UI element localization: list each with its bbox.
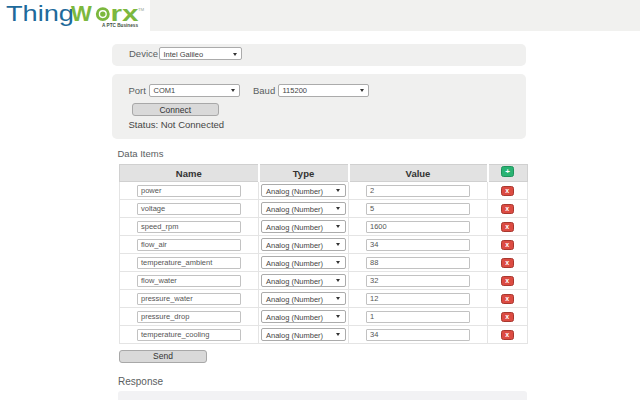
svg-text:A PTC Business: A PTC Business	[102, 22, 138, 28]
svg-text:Thing: Thing	[6, 1, 74, 26]
svg-text:W: W	[71, 1, 92, 26]
svg-text:TM: TM	[138, 7, 145, 12]
